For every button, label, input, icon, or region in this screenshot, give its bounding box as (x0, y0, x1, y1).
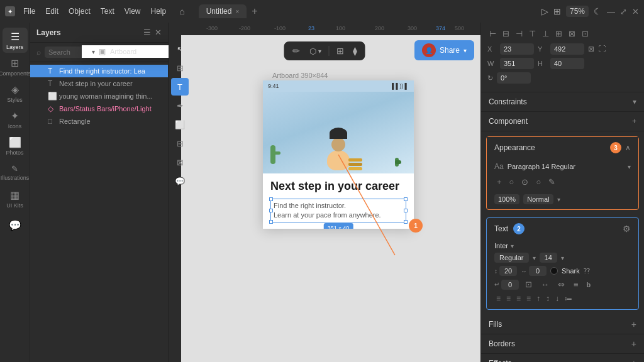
tool-comment[interactable]: 💬 (171, 172, 189, 190)
menu-object[interactable]: Object (64, 5, 95, 18)
align-bottom-icon[interactable]: ⊞ (553, 28, 564, 40)
align-text-justify-icon[interactable]: ≡ (525, 293, 533, 304)
style-ring-icon[interactable]: ○ (533, 176, 543, 188)
minimize-icon[interactable]: — (607, 7, 615, 16)
tool-component[interactable]: ⊟ (171, 134, 189, 152)
canvas-area[interactable]: -300 -200 -100 23 100 200 300 374 500 60… (169, 23, 480, 362)
vert-align-top-icon[interactable]: ↑ (535, 293, 542, 304)
indent-val[interactable]: 0 (501, 280, 519, 290)
layer-text-next[interactable]: T Next step in your career (30, 77, 168, 90)
sidebar-item-photos[interactable]: ⬜ Photos (3, 133, 28, 158)
play-icon[interactable]: ▷ (541, 6, 548, 16)
sidebar-item-ui-kits[interactable]: ▦ UI Kits (3, 186, 28, 211)
blend-chevron[interactable]: ▾ (557, 196, 560, 203)
text-header[interactable]: Text 2 ⚙ (487, 218, 638, 239)
share-button[interactable]: 👤 Share ▾ (414, 40, 474, 60)
align-right-icon[interactable]: ⊣ (514, 28, 525, 40)
font-style-name[interactable]: Paragraph 14 Regular (508, 163, 624, 170)
align-top-icon[interactable]: ⊤ (527, 28, 538, 40)
handle-top-right[interactable] (404, 197, 408, 201)
text-transform-icon[interactable]: ⊡ (523, 278, 535, 290)
font-size-val[interactable]: 14 (540, 253, 557, 263)
text-color-swatch[interactable] (550, 267, 558, 275)
handle-top-left[interactable] (269, 197, 273, 201)
handle-bottom-left[interactable] (269, 220, 273, 224)
dist-h-icon[interactable]: ⊠ (567, 28, 577, 40)
text-color-name[interactable]: Shark (562, 267, 580, 275)
borders-add-icon[interactable]: + (631, 339, 636, 349)
sidebar-item-illustrations[interactable]: ✎ Illustrations (3, 160, 28, 185)
layer-dropdown[interactable]: ⬡ ▾ (306, 45, 325, 58)
style-circle-icon[interactable]: ○ (507, 176, 517, 188)
sidebar-item-components[interactable]: ⊞ Components (3, 54, 28, 79)
tool-frame[interactable]: ⊞ (171, 59, 189, 77)
layer-image-woman[interactable]: ⬜ young woman imagining thin... (30, 90, 168, 102)
style-edit-icon[interactable]: ✎ (546, 176, 558, 188)
vert-align-bot-icon[interactable]: ↓ (553, 293, 561, 304)
font-weight-val[interactable]: Regular (494, 253, 529, 263)
zoom-level[interactable]: 75% (566, 6, 589, 17)
text-truncate-icon[interactable]: ⇔ (555, 278, 567, 290)
grid-icon[interactable]: ⊞ (553, 6, 561, 16)
layer-text-find[interactable]: T Find the right instructor: Lea (30, 65, 168, 77)
font-style-chevron[interactable]: ▾ (628, 163, 631, 170)
text-width-icon[interactable]: ↔ (538, 278, 552, 290)
y-input[interactable] (550, 43, 584, 55)
tool-grid[interactable]: ⊠ (171, 153, 189, 171)
layer-rectangle[interactable]: □ Rectangle (30, 115, 168, 128)
home-icon[interactable]: ⌂ (179, 6, 184, 16)
effects-add-icon[interactable]: + (631, 358, 636, 362)
line-height-val[interactable]: 20 (499, 266, 517, 276)
appearance-header[interactable]: Appearance 3 ∧ (487, 137, 638, 158)
edit-icon[interactable]: ✏ (289, 44, 303, 58)
font-size-chevron[interactable]: ▾ (561, 255, 564, 261)
close-icon[interactable]: ✕ (632, 7, 639, 16)
font-weight-chevron[interactable]: ▾ (533, 255, 536, 261)
maximize-icon[interactable]: ⤢ (620, 7, 627, 16)
crop-icon[interactable]: ⊞ (333, 44, 347, 58)
style-detach-icon[interactable]: ⊙ (519, 176, 531, 188)
artboard[interactable]: 9:41 ▐▐ )) ▌ (263, 80, 414, 229)
letter-spacing-val[interactable]: 0 (529, 266, 547, 276)
sidebar-item-styles[interactable]: ◈ Styles (3, 80, 28, 106)
tab-close-icon[interactable]: × (235, 8, 239, 15)
link-icon[interactable]: ⛶ (598, 45, 606, 53)
text-settings-icon[interactable]: ⚙ (623, 224, 631, 234)
menu-edit[interactable]: Edit (41, 5, 63, 18)
handle-mid-right[interactable] (404, 209, 408, 212)
handle-mid-left[interactable] (269, 209, 273, 212)
opacity-value[interactable]: 100% (494, 194, 519, 204)
artboard-subtext[interactable]: Find the right instructor. Learn at your… (270, 199, 406, 223)
vert-align-mid-icon[interactable]: ↕ (544, 293, 552, 304)
dist-v-icon[interactable]: ⊡ (580, 28, 591, 40)
align-text-right-icon[interactable]: ≡ (514, 293, 523, 304)
align-text-center-icon[interactable]: ≡ (504, 293, 513, 304)
mask-icon[interactable]: ⧫ (350, 44, 360, 58)
dark-mode-icon[interactable]: ☾ (594, 6, 602, 16)
tool-select[interactable]: ↖ (171, 40, 189, 58)
constraints-header[interactable]: Constraints ▾ (481, 92, 644, 111)
blend-mode[interactable]: Normal (523, 194, 553, 204)
tool-text[interactable]: T (171, 78, 189, 96)
layers-close-icon[interactable]: ✕ (155, 28, 162, 37)
handle-bottom-right[interactable] (404, 220, 408, 224)
layer-bars-status[interactable]: ◇ Bars/Status Bars/iPhone/Light (30, 102, 168, 115)
align-left-icon[interactable]: ⊢ (487, 28, 498, 40)
list-icon[interactable]: ≔ (563, 293, 574, 304)
align-center-v-icon[interactable]: ⊥ (540, 28, 551, 40)
sidebar-item-layers[interactable]: ☰ Layers (3, 28, 28, 53)
fills-add-icon[interactable]: + (631, 319, 636, 329)
component-header[interactable]: Component + (481, 112, 644, 131)
x-input[interactable] (500, 43, 534, 55)
tool-image[interactable]: ⬜ (171, 116, 189, 133)
align-text-left-icon[interactable]: ≡ (494, 293, 502, 304)
text-overflow-icon[interactable]: ≡ (571, 278, 581, 290)
menu-text[interactable]: Text (96, 5, 119, 18)
h-input[interactable] (550, 58, 584, 69)
rotate-input[interactable] (497, 72, 531, 84)
menu-file[interactable]: File (19, 5, 40, 18)
sidebar-item-icons[interactable]: ✦ Icons (3, 107, 28, 132)
component-plus[interactable]: + (632, 117, 636, 126)
tab-untitled[interactable]: Untitled × (199, 4, 247, 18)
layers-list-icon[interactable]: ☰ (143, 28, 151, 37)
